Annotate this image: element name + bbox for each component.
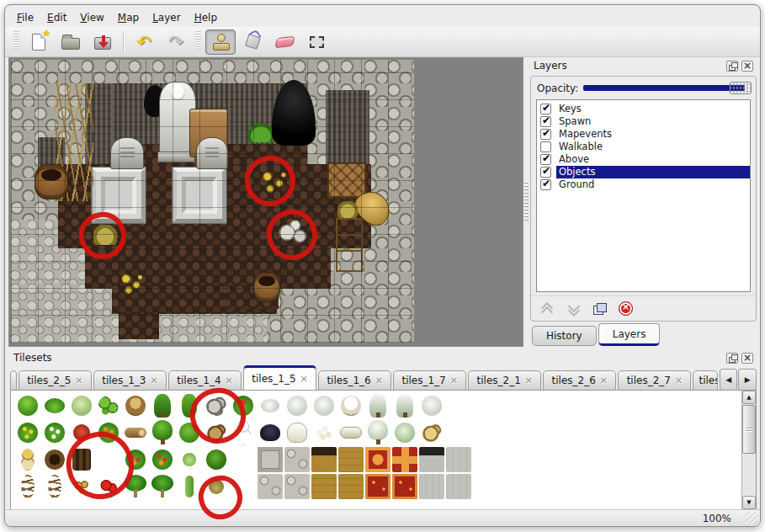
tile-carpetC[interactable] [391, 473, 418, 500]
tile-hole[interactable] [41, 446, 68, 473]
tile-carpetC[interactable] [364, 473, 391, 500]
tile-palebush[interactable] [68, 392, 95, 419]
tab-tiles_1_6[interactable]: tiles_1_6✕ [318, 370, 391, 391]
tile-goldrocks[interactable] [418, 419, 445, 446]
tile-snowstump[interactable] [337, 392, 364, 419]
tile-cobbletile[interactable] [284, 473, 311, 500]
tile-brownfloor[interactable] [337, 446, 364, 473]
open-button[interactable] [56, 29, 86, 55]
menu-layer[interactable]: Layer [146, 10, 187, 25]
eraser-tool-button[interactable] [269, 29, 300, 55]
tileset-scrollbar[interactable] [741, 391, 756, 509]
close-tab-icon[interactable]: ✕ [675, 375, 683, 386]
layer-checkbox[interactable] [540, 154, 551, 165]
tile-tree[interactable] [149, 419, 176, 446]
tile-snowpine[interactable] [391, 392, 418, 419]
tile-tallbush[interactable] [176, 392, 203, 419]
tile-greenbush[interactable] [203, 446, 230, 473]
tab-tiles_1_7[interactable]: tiles_1_7✕ [393, 370, 466, 391]
tile-grayrocks[interactable] [203, 392, 230, 419]
layer-row-walkable[interactable]: Walkable [537, 141, 750, 153]
float-panel-icon[interactable] [726, 353, 738, 364]
new-file-button[interactable] [24, 29, 54, 55]
tile-carpetB[interactable] [391, 446, 418, 473]
scroll-tabs-right-icon[interactable] [738, 369, 757, 391]
tile-brownrocks[interactable] [203, 419, 230, 446]
tile-redmush[interactable] [95, 473, 122, 500]
tile-woodpile[interactable] [68, 446, 95, 473]
tile-palm[interactable] [149, 473, 176, 500]
tab-tiles_2_7[interactable]: tiles_2_7✕ [618, 370, 691, 391]
menu-map[interactable]: Map [111, 10, 146, 25]
tile-snowbranch[interactable] [311, 419, 337, 446]
opacity-slider[interactable] [583, 82, 750, 94]
tile-doll[interactable] [14, 446, 41, 473]
close-tab-icon[interactable]: ✕ [300, 374, 308, 385]
tab-tiles_1_3[interactable]: tiles_1_3✕ [93, 370, 167, 391]
tile-redplant[interactable] [68, 419, 95, 446]
scroll-up-icon[interactable] [742, 391, 756, 404]
save-button[interactable] [88, 29, 118, 55]
tab-tiles_2_6[interactable]: tiles_2_6✕ [543, 370, 616, 391]
tile-shrubs[interactable] [95, 392, 122, 419]
tile-grass[interactable] [41, 392, 68, 419]
tile-palm[interactable] [122, 473, 149, 500]
close-tab-icon[interactable]: ✕ [525, 375, 533, 386]
tile-grayfloor[interactable] [418, 473, 445, 500]
layer-checkbox[interactable] [540, 104, 551, 114]
undo-button[interactable] [129, 29, 159, 55]
close-panel-icon[interactable] [741, 353, 753, 364]
tile-stoneframe[interactable] [257, 446, 284, 473]
tile-cactus[interactable] [176, 473, 203, 500]
close-tab-icon[interactable]: ✕ [75, 375, 82, 386]
tile-grayfloor[interactable] [445, 473, 472, 500]
move-layer-up-button[interactable] [539, 302, 555, 316]
scroll-down-icon[interactable] [742, 496, 756, 509]
tile-snowmound[interactable] [418, 392, 445, 419]
toolbar-grip[interactable] [13, 31, 19, 53]
close-tab-icon[interactable]: ✕ [226, 375, 233, 386]
tile-carpetA[interactable] [364, 446, 391, 473]
layer-checkbox[interactable] [540, 129, 551, 140]
tile-smallplant[interactable] [203, 473, 230, 500]
tab-tiles_1_4[interactable]: tiles_1_4✕ [168, 370, 242, 391]
tile-deadtree[interactable] [41, 473, 68, 500]
resize-grip[interactable] [746, 512, 758, 524]
tile-log[interactable] [122, 419, 149, 446]
move-layer-down-button[interactable] [566, 302, 582, 316]
tile-bush[interactable] [14, 392, 41, 419]
tile-snowtree[interactable] [364, 419, 391, 446]
tab-history[interactable]: History [532, 326, 597, 346]
tab-tiles[interactable]: tiles_ [693, 370, 718, 391]
menu-edit[interactable]: Edit [40, 10, 73, 25]
layer-row-objects[interactable]: Objects [537, 166, 750, 178]
close-tab-icon[interactable]: ✕ [150, 375, 157, 386]
map-canvas[interactable] [11, 60, 414, 343]
tile-snowman[interactable] [230, 419, 257, 446]
close-tab-icon[interactable]: ✕ [375, 375, 383, 386]
tile-snowgrass[interactable] [257, 392, 284, 419]
float-panel-icon[interactable] [726, 61, 738, 72]
tile-redflower[interactable] [230, 392, 257, 419]
tile-cobbletile[interactable] [257, 473, 284, 500]
tile-snowpine[interactable] [364, 392, 391, 419]
tab-tiles_2_1[interactable]: tiles_2_1✕ [468, 370, 541, 391]
select-tool-button[interactable] [301, 29, 332, 55]
tile-graydark[interactable] [418, 446, 445, 473]
tile-whiteflowers[interactable] [41, 419, 68, 446]
tile-bat[interactable] [257, 419, 284, 446]
tab-tiles_2_5[interactable]: tiles_2_5✕ [19, 370, 92, 391]
layer-checkbox[interactable] [540, 167, 551, 178]
tile-cobbletile[interactable] [284, 446, 311, 473]
tile-berry[interactable] [149, 446, 176, 473]
layer-row-keys[interactable]: Keys [537, 103, 750, 115]
tile-stump[interactable] [122, 392, 149, 419]
close-tab-icon[interactable]: ✕ [450, 375, 458, 386]
scroll-tabs-left-icon[interactable] [720, 369, 738, 391]
menu-file[interactable]: File [10, 10, 40, 25]
tile-yellowflowers[interactable] [14, 419, 41, 446]
tile-snowlog[interactable] [337, 419, 364, 446]
tile-orangeflowers[interactable] [95, 419, 122, 446]
tile-pine[interactable] [149, 392, 176, 419]
tab-partial-left[interactable] [10, 370, 17, 391]
